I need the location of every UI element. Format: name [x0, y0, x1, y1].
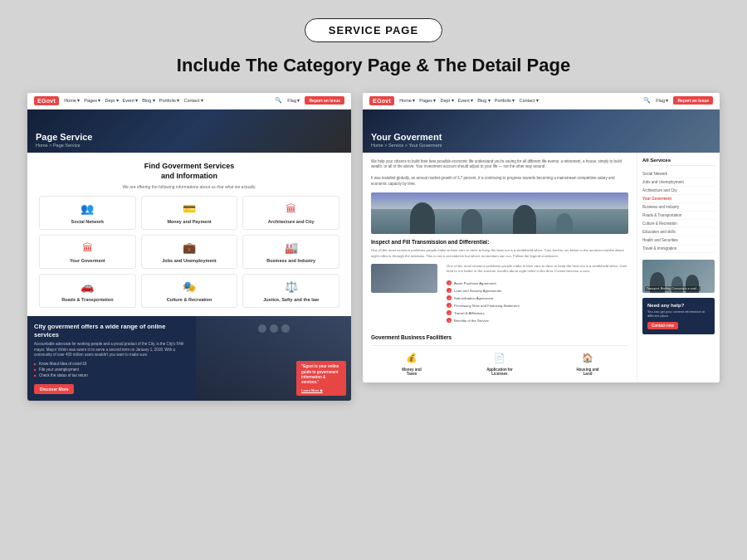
nav-link-dept[interactable]: Dept ▾	[105, 98, 118, 103]
left-hero-title: Page Service	[36, 132, 93, 142]
social-network-icon: 👥	[78, 202, 96, 217]
cat-item-culture[interactable]: 🎭 Culture & Recreation	[141, 274, 238, 308]
sidebar-link-arch[interactable]: Architecture and City	[642, 187, 715, 195]
sky-bg	[371, 192, 628, 209]
detail-main-content: We help your citizens to build their bes…	[363, 153, 637, 382]
bottom-icon-money[interactable]: 💰 Money andTaxes	[371, 351, 452, 376]
cat-item-business[interactable]: 🏭 Business and Industry	[242, 235, 339, 269]
detail-intro-text: We help your citizens to build their bes…	[371, 159, 628, 187]
bottom-icon-row: 💰 Money andTaxes 📄 Application forLicens…	[371, 345, 628, 376]
image-quote-overlay: "Egovt is your online guide to governmen…	[296, 361, 346, 396]
right-nav-portfolio[interactable]: Portfolio ▾	[495, 98, 515, 103]
cat-label-jobs: Jobs and Unemployment	[162, 258, 216, 263]
sidebar-links-list: Social Network Jobs and Unemployment Arc…	[642, 170, 715, 253]
nav-link-event[interactable]: Event ▾	[123, 98, 139, 103]
sidebar-thumbnail: Transport, Briefing, Comunity is a rural…	[642, 260, 715, 293]
bottom-offer-list: Know About Idea of covid-19 File your un…	[34, 361, 189, 378]
learn-more-link[interactable]: Learn More ▶	[301, 388, 341, 393]
left-nav: EGovt Home ▾ Pages ▾ Dept ▾ Event ▾ Blog…	[27, 93, 351, 110]
detail-sidebar: All Services Social Network Jobs and Une…	[637, 153, 720, 382]
bottom-icon-licenses[interactable]: 📄 Application forLicenses	[459, 351, 540, 376]
check-item-5: ✓Transit & Affiliations	[447, 309, 628, 317]
sidebar-link-jobs[interactable]: Jobs and Unemployment	[642, 178, 715, 187]
culture-icon: 🎭	[180, 280, 198, 295]
housing-label: Housing andLand	[576, 368, 598, 376]
cat-item-government[interactable]: 🏛 Your Goverment	[39, 235, 136, 269]
cat-item-jobs[interactable]: 💼 Jobs and Unemployment	[141, 235, 238, 269]
service-page-badge: SERVICE PAGE	[305, 18, 442, 42]
cat-item-money[interactable]: 💳 Money and Payment	[141, 196, 238, 230]
detail-hero-title: Your Goverment	[371, 132, 442, 142]
discover-more-button[interactable]: Discover More	[34, 384, 74, 394]
jobs-icon: 💼	[180, 241, 198, 256]
report-issue-button[interactable]: Report an Issue	[305, 96, 344, 105]
sidebar-link-govt[interactable]: Your Goverment	[642, 195, 715, 203]
detail-hero-breadcrumb: Home > Service > Your Goverment	[371, 143, 442, 148]
sidebar-link-biz[interactable]: Business and Industry	[642, 203, 715, 212]
nav-flag[interactable]: Flag ▾	[287, 98, 300, 103]
money-taxes-label: Money andTaxes	[402, 368, 422, 376]
detail-hero-banner: Your Goverment Home > Service > Your Gov…	[363, 110, 720, 153]
cat-item-architecture[interactable]: 🏛 Architecture and City	[242, 196, 339, 230]
sidebar-link-travel[interactable]: Travel & Immigration	[642, 245, 715, 253]
person-2	[270, 324, 278, 333]
nav-link-contact[interactable]: Contact ▾	[183, 98, 203, 103]
category-grid: 👥 Social Network 💳 Money and Payment 🏛 A…	[39, 196, 339, 308]
sidebar-title: All Services	[642, 158, 715, 166]
left-logo: EGovt	[34, 96, 59, 105]
category-title: Find Goverment Servicesand Information	[39, 161, 339, 182]
nav-link-pages[interactable]: Pages ▾	[84, 98, 100, 103]
right-nav-contact[interactable]: Contact ▾	[519, 98, 538, 103]
list-item-tax: Check the status of tax return	[34, 373, 189, 378]
left-hero-breadcrumb: Home > Page Service	[36, 143, 93, 148]
justice-icon: ⚖️	[282, 280, 300, 295]
cat-item-justice[interactable]: ⚖️ Justice, Safty and the law	[242, 274, 339, 308]
left-nav-links: Home ▾ Pages ▾ Dept ▾ Event ▾ Blog ▾ Por…	[64, 98, 270, 103]
cat-label-architecture: Architecture and City	[268, 219, 315, 224]
check-icon-5: ✓	[447, 310, 452, 315]
check-item-4: ✓Promissory Note and Financing Statement	[447, 302, 628, 309]
sidebar-link-culture[interactable]: Culture & Recreation	[642, 220, 715, 228]
nav-link-home[interactable]: Home ▾	[64, 98, 80, 103]
right-nav-blog[interactable]: Blog ▾	[477, 98, 491, 103]
cat-label-culture: Culture & Recreation	[167, 297, 212, 302]
sidebar-link-roads[interactable]: Roads & Transportation	[642, 212, 715, 220]
right-search-icon[interactable]: 🔍	[643, 97, 651, 104]
check-item-3: ✓Subordination Agreement	[447, 295, 628, 302]
right-report-issue-button[interactable]: Report an Issue	[673, 96, 713, 105]
right-nav-home[interactable]: Home ▾	[399, 98, 415, 103]
page-subtitle: Include The Category Page & The Detail P…	[177, 54, 570, 78]
list-item-covid: Know About Idea of covid-19	[34, 361, 189, 367]
category-subtitle: We are offering the following informatio…	[39, 184, 339, 189]
search-icon[interactable]: 🔍	[275, 97, 282, 104]
right-nav: EGovt Home ▾ Pages ▾ Dept ▾ Event ▾ Blog…	[363, 93, 720, 110]
right-nav-event[interactable]: Event ▾	[458, 98, 474, 103]
industrial-image	[371, 192, 628, 234]
badge-container: SERVICE PAGE	[305, 18, 442, 42]
contact-now-button[interactable]: Contact now	[647, 322, 678, 329]
tank-3	[513, 205, 536, 234]
right-nav-pages[interactable]: Pages ▾	[419, 98, 436, 103]
sidebar-link-edu[interactable]: Education and skills	[642, 228, 715, 236]
section2-image	[371, 264, 437, 293]
check-icon-6: ✓	[447, 318, 452, 323]
nav-link-portfolio[interactable]: Portfolio ▾	[159, 98, 180, 103]
bottom-icon-housing[interactable]: 🏠 Housing andLand	[547, 351, 628, 376]
cat-item-roads[interactable]: 🚗 Roads & Transportation	[39, 274, 136, 308]
cat-label-business: Business and Industry	[266, 258, 315, 263]
person-1	[258, 324, 266, 333]
right-nav-dept[interactable]: Dept ▾	[440, 98, 453, 103]
cat-item-social[interactable]: 👥 Social Network	[39, 196, 136, 230]
quote-line1: "Egovt is your online guide to governmen…	[301, 364, 341, 385]
licenses-label: Application forLicenses	[486, 368, 513, 376]
business-title: Goverment Business Facilitiers	[371, 334, 628, 340]
money-taxes-icon: 💰	[403, 351, 420, 366]
right-nav-flag[interactable]: Flag ▾	[656, 98, 668, 103]
nav-link-blog[interactable]: Blog ▾	[142, 98, 155, 103]
sidebar-link-health[interactable]: Health and Securities	[642, 236, 715, 245]
business-icon: 🏭	[282, 241, 300, 256]
cat-label-justice: Justice, Safty and the law	[263, 297, 319, 302]
sidebar-link-social[interactable]: Social Network	[642, 170, 715, 178]
sidebar-help-box: Need any help? You can get your content …	[642, 298, 715, 334]
category-page-screen: EGovt Home ▾ Pages ▾ Dept ▾ Event ▾ Blog…	[27, 93, 351, 402]
